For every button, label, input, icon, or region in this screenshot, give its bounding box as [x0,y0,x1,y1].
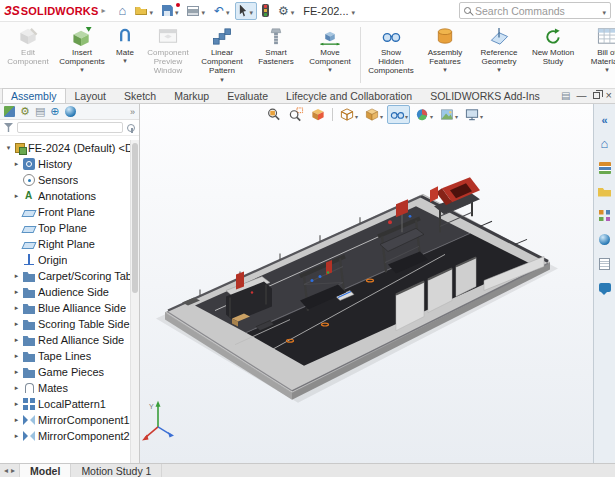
tree-item[interactable]: ▸Carpet/Scoring Table [2,268,130,284]
tree-item[interactable]: ▸Annotations [2,188,130,204]
featuremanager-tab-icon[interactable] [4,106,15,117]
tab-solidworks-addins[interactable]: SOLIDWORKS Add-Ins [421,88,549,103]
view-settings-button[interactable] [462,105,485,124]
tab-evaluate[interactable]: Evaluate [218,88,277,103]
tree-item[interactable]: Origin [2,252,130,268]
smart-fasteners-button[interactable]: Smart Fasteners [249,23,303,87]
pin-icon[interactable] [127,124,135,132]
chevron-down-icon[interactable] [602,5,606,17]
file-explorer-icon[interactable] [597,184,612,199]
tree-item[interactable]: Sensors [2,172,130,188]
graphics-viewport[interactable]: Y [140,104,593,463]
forum-icon[interactable] [597,280,612,295]
home-button[interactable]: ⌂ [115,2,131,20]
edit-appearance-button[interactable] [412,105,435,124]
tab-markup[interactable]: Markup [165,88,218,103]
expand-arrow-icon[interactable]: ▸ [13,304,20,312]
tab-assembly[interactable]: Assembly [2,88,66,103]
chevron-down-icon[interactable] [352,5,356,17]
expand-arrow-icon[interactable]: ▸ [13,288,20,296]
close-button[interactable]: × [606,90,612,101]
expand-arrow-icon[interactable]: ▸ [13,336,20,344]
configurationmanager-tab-icon[interactable]: ▤ [35,106,45,117]
show-hidden-components-button[interactable]: Show Hidden Components [364,23,418,87]
tree-item[interactable]: ▸Game Pieces [2,364,130,380]
new-motion-study-button[interactable]: New Motion Study [526,23,580,87]
tree-item[interactable]: ▸Red Alliance Side [2,332,130,348]
expand-arrow-icon[interactable]: ▸ [13,160,20,168]
tab-motion-study-1[interactable]: Motion Study 1 [71,464,162,477]
tree-item[interactable]: ▸MirrorComponent2 [2,428,130,444]
expand-arrow-icon[interactable]: ▸ [13,320,20,328]
solidworks-resources-icon[interactable]: ⌂ [597,136,612,151]
display-pane-icon[interactable]: ▤ [561,91,570,101]
tree-item-root[interactable]: ▾FE-2024 (Default) <Display S [2,140,130,156]
tree-item[interactable]: ▸History [2,156,130,172]
assembly-features-button[interactable]: Assembly Features ▾ [418,23,472,87]
view-palette-icon[interactable] [597,208,612,223]
zoom-area-button[interactable] [286,105,306,124]
appearances-scenes-icon[interactable] [597,232,612,247]
linear-component-pattern-button[interactable]: Linear Component Pattern ▾ [195,23,249,87]
tree-item[interactable]: ▸Mates [2,380,130,396]
reference-geometry-button[interactable]: Reference Geometry ▾ [472,23,526,87]
displaymanager-tab-icon[interactable] [65,106,76,117]
tree-item[interactable]: ▸Tape Lines [2,348,130,364]
tree-filter-input[interactable] [17,122,123,133]
section-view-button[interactable] [308,105,328,124]
tree-item[interactable]: ▸LocalPattern1 [2,396,130,412]
expand-arrow-icon[interactable]: ▸ [13,416,20,424]
tree-item[interactable]: ▸MirrorComponent1 [2,412,130,428]
expand-arrow-icon[interactable]: ▸ [13,432,20,440]
design-library-icon[interactable] [597,160,612,175]
scrollbar-thumb[interactable] [132,143,138,293]
dimxpertmanager-tab-icon[interactable]: ⊕ [50,106,59,117]
expand-arrow-icon[interactable]: ▸ [13,272,20,280]
expand-arrow-icon[interactable]: ▸ [13,400,20,408]
expand-arrow-icon[interactable]: ▸ [13,192,20,200]
restore-button[interactable] [593,92,600,99]
tree-scrollbar[interactable] [130,140,139,463]
mate-button[interactable]: Mate ▾ [109,23,141,87]
expand-arrow-icon[interactable]: ▾ [5,144,12,152]
options-button[interactable]: ⚙ [274,2,298,20]
bill-of-materials-button[interactable]: Bill of Materials ▾ [580,23,615,87]
select-button[interactable] [235,2,258,20]
tree-item[interactable]: ▸Audience Side [2,284,130,300]
task-pane-expand-chevron-icon[interactable]: « [597,112,612,127]
display-style-button[interactable] [362,105,385,124]
tree-item[interactable]: Front Plane [2,204,130,220]
view-orientation-button[interactable] [337,105,360,124]
rebuild-button[interactable] [258,2,273,20]
expand-arrow-icon[interactable]: ▸ [13,352,20,360]
propertymanager-tab-icon[interactable]: ⚙ [20,106,30,117]
search-commands-box[interactable]: Search Commands [459,2,611,19]
tree-item[interactable]: Top Plane [2,220,130,236]
filter-funnel-icon[interactable] [4,123,13,132]
expand-arrow-icon[interactable]: ▸ [13,384,20,392]
insert-components-button[interactable]: Insert Components ▾ [55,23,109,87]
hide-show-items-button[interactable] [387,105,410,124]
tree-item[interactable]: ▸Scoring Table Side [2,316,130,332]
logo-arrow-icon[interactable]: ▸ [102,6,106,15]
tab-lifecycle-collaboration[interactable]: Lifecycle and Collaboration [277,88,421,103]
expand-arrow-icon[interactable]: ▸ [13,368,20,376]
move-component-button[interactable]: Move Component ▾ [303,23,357,87]
undo-button[interactable]: ↶ [210,2,234,20]
tree-item[interactable]: Right Plane [2,236,130,252]
tab-layout[interactable]: Layout [66,88,116,103]
custom-properties-icon[interactable] [597,256,612,271]
component-preview-window-button[interactable]: Component Preview Window [141,23,195,87]
tab-sketch[interactable]: Sketch [115,88,165,103]
open-button[interactable] [131,2,157,20]
tab-scroll-right-icon[interactable]: ▸ [11,466,15,475]
minimize-button[interactable]: — [577,91,587,101]
print-button[interactable] [183,2,209,20]
tab-model[interactable]: Model [20,464,71,477]
zoom-fit-button[interactable] [264,105,284,124]
tree-item[interactable]: ▸Blue Alliance Side [2,300,130,316]
edit-component-button[interactable]: Edit Component [1,23,55,87]
tab-scroll-left-icon[interactable]: ◂ [4,466,8,475]
viewport-3d-scene[interactable]: Y [140,104,593,463]
apply-scene-button[interactable] [437,105,460,124]
